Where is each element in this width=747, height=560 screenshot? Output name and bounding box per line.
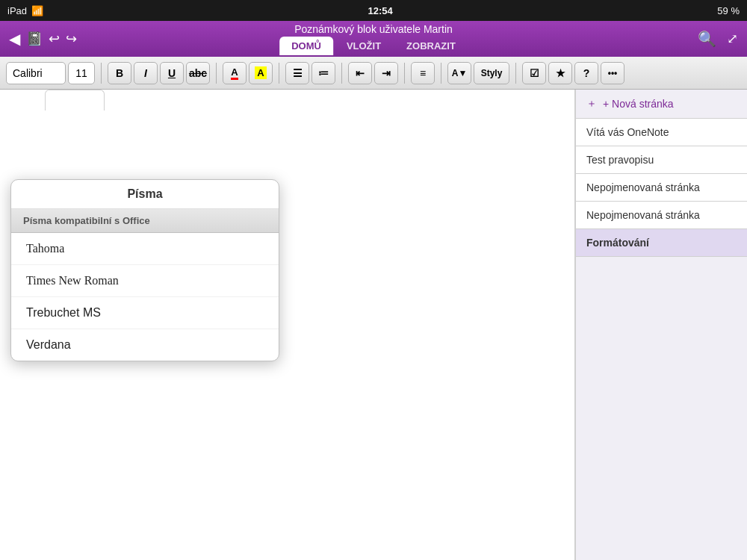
sep5 [404,63,405,84]
nav-left-buttons: ◀ 📓 ↩ ↪ [9,30,77,48]
sep2 [216,63,217,84]
misc-group: ☑ ★ ? ••• [522,62,624,84]
font-item-verdana[interactable]: Verdana [11,329,279,361]
bullet-list-button[interactable]: ☰ [285,62,309,84]
align-group: ≡ [411,62,435,84]
back-button[interactable]: ◀ [9,30,20,48]
sep7 [515,63,516,84]
indent-button[interactable]: ⇥ [374,62,398,84]
underline-button[interactable]: U [160,62,184,84]
tab-domu[interactable]: DOMŮ [279,37,333,55]
toolbar: Calibri 11 B I U abc A A ☰ ≔ ⇤ ⇥ ≡ A▼ St… [0,57,747,90]
indent-group: ⇤ ⇥ [348,62,398,84]
nav-right-buttons: 🔍 ⤢ [698,30,738,48]
font-item-trebuchet[interactable]: Trebuchet MS [11,297,279,329]
wifi-icon: 📶 [31,5,43,16]
nav-tabs: DOMŮ VLOŽIT ZOBRAZIT [279,37,468,55]
sidebar-item-unnamed1[interactable]: Nepojmenovaná stránka [576,174,747,202]
sidebar-item-formatting[interactable]: Formátování [576,229,747,257]
sep6 [441,63,441,84]
star-button[interactable]: ★ [548,62,572,84]
search-icon[interactable]: 🔍 [698,30,716,48]
format-group: B I U abc [108,62,210,84]
plus-icon: ＋ [586,97,597,111]
font-name-label: Calibri [13,67,43,79]
font-color-button[interactable]: A [223,62,247,84]
status-bar: iPad 📶 12:54 59 % [0,0,747,21]
highlight-button[interactable]: A [249,62,273,84]
sidebar: ＋ + Nová stránka Vítá vás OneNote Test p… [575,90,747,560]
ipad-label: iPad [7,5,27,16]
italic-button[interactable]: I [134,62,158,84]
align-button[interactable]: ≡ [411,62,435,84]
sep3 [279,63,279,84]
font-item-tahoma[interactable]: Tahoma [11,233,279,265]
content-area: Písma Písma kompatibilní s Office Tahoma… [0,90,747,560]
font-size-label: 11 [75,67,87,79]
tab-zobrazit[interactable]: ZOBRAZIT [394,37,468,55]
font-group: Calibri 11 [6,62,95,84]
styles-button[interactable]: Styly [474,62,509,84]
sep4 [341,63,342,84]
font-selector[interactable]: Calibri [6,62,66,84]
checkbox-button[interactable]: ☑ [522,62,546,84]
undo-button[interactable]: ↩ [49,31,60,47]
question-button[interactable]: ? [574,62,598,84]
dropdown-section: Písma kompatibilní s Office [11,209,279,233]
list-group: ☰ ≔ [285,62,335,84]
top-nav: ◀ 📓 ↩ ↪ Poznámkový blok uživatele Martin… [0,21,747,57]
tab-vlozit[interactable]: VLOŽIT [335,37,393,55]
more-button[interactable]: ••• [601,62,624,84]
sidebar-item-vitas[interactable]: Vítá vás OneNote [576,119,747,146]
font-size-selector[interactable]: 11 [68,62,95,84]
font-item-times[interactable]: Times New Roman [11,265,279,297]
font-dropdown: Písma Písma kompatibilní s Office Tahoma… [10,179,279,361]
status-time: 12:54 [368,5,393,16]
status-left: iPad 📶 [7,5,43,16]
outdent-button[interactable]: ⇤ [348,62,372,84]
nav-center: Poznámkový blok uživatele Martin DOMŮ VL… [279,23,468,55]
sidebar-item-unnamed2[interactable]: Nepojmenovaná stránka [576,202,747,229]
color-group: A A [223,62,273,84]
text-color-icon[interactable]: A▼ [447,62,471,84]
bold-button[interactable]: B [108,62,131,84]
note-area[interactable]: Písma Písma kompatibilní s Office Tahoma… [0,90,575,560]
expand-icon[interactable]: ⤢ [727,31,738,47]
battery-indicator: 59 % [717,5,740,16]
sep1 [101,63,102,84]
note-tab [45,90,105,111]
app-title: Poznámkový blok uživatele Martin [294,23,453,35]
styles-group: A▼ Styly [447,62,509,84]
strikethrough-button[interactable]: abc [186,62,210,84]
add-page-label: + Nová stránka [603,98,674,110]
redo-button[interactable]: ↪ [66,31,77,47]
numbered-list-button[interactable]: ≔ [311,62,335,84]
sidebar-item-test[interactable]: Test pravopisu [576,146,747,174]
notebook-icon[interactable]: 📓 [26,31,43,47]
add-page-button[interactable]: ＋ + Nová stránka [576,90,747,119]
dropdown-title: Písma [11,180,279,209]
